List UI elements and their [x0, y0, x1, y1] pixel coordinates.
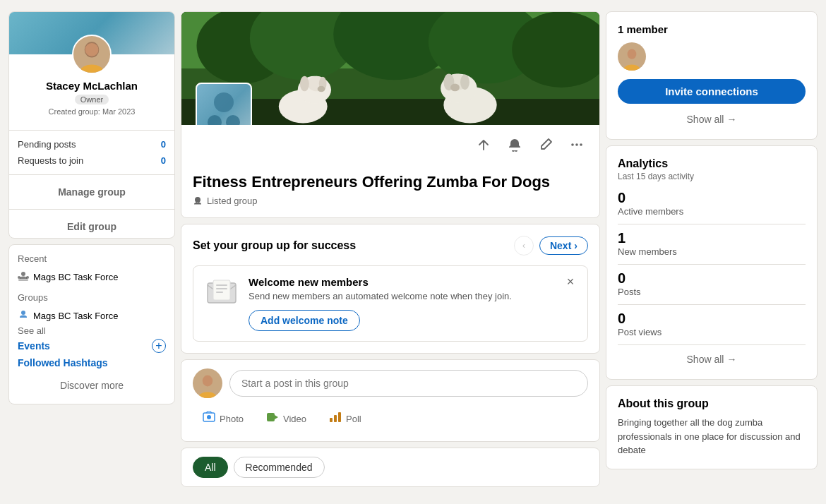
manage-group-button[interactable]: Manage group: [9, 181, 174, 203]
add-welcome-note-button[interactable]: Add welcome note: [249, 310, 360, 331]
group-info: Fitness Entrepreneurs Offering Zumba For…: [181, 162, 599, 217]
svg-point-39: [628, 49, 637, 59]
photo-icon: [203, 411, 215, 427]
members-show-all-arrow: →: [726, 114, 736, 125]
edit-group-button[interactable]: Edit group: [9, 215, 174, 238]
post-input[interactable]: [229, 370, 588, 397]
group-header-card: Fitness Entrepreneurs Offering Zumba For…: [181, 11, 600, 218]
invite-connections-button[interactable]: Invite connections: [618, 79, 806, 104]
welcome-card-title: Welcome new members: [249, 276, 512, 288]
next-button[interactable]: Next ›: [539, 236, 588, 255]
svg-rect-38: [338, 412, 341, 422]
add-event-button[interactable]: +: [152, 339, 166, 353]
more-options-button[interactable]: [565, 133, 588, 156]
video-icon: [266, 411, 279, 427]
requests-value: 0: [161, 155, 166, 166]
next-arrow-icon: ›: [574, 240, 577, 251]
analytics-show-all-label: Show all: [687, 354, 724, 365]
svg-point-21: [318, 86, 325, 92]
video-button[interactable]: Video: [256, 405, 316, 433]
post-composer-card: Photo Video: [181, 359, 600, 442]
svg-point-33: [207, 415, 211, 419]
welcome-card-content: Welcome new members Send new members an …: [249, 276, 512, 331]
close-setup-card-button[interactable]: ×: [562, 273, 579, 290]
members-card: 1 member Invite connections Show all →: [606, 11, 818, 140]
active-members-label: Active members: [618, 206, 806, 217]
recent-label: Recent: [18, 253, 166, 264]
left-sidebar: Stacey McLachlan Owner Created group: Ma…: [8, 11, 175, 487]
sidebar-item-hashtags[interactable]: Followed Hashtags: [18, 354, 166, 371]
svg-rect-36: [330, 418, 333, 422]
composer-row: [193, 368, 588, 398]
welcome-note-card: Welcome new members Send new members an …: [193, 265, 588, 342]
setup-title: Set your group up for success: [193, 239, 356, 252]
composer-actions: Photo Video: [193, 405, 588, 433]
sidebar-item-recent-mags[interactable]: Mags BC Task Force: [18, 268, 166, 285]
profile-avatar: [72, 35, 112, 74]
requests-row: Requests to join 0: [18, 152, 166, 169]
sidebar-item-events[interactable]: Events: [18, 337, 50, 354]
profile-name: Stacey McLachlan: [18, 80, 166, 92]
filter-tabs-card: All Recommended: [181, 448, 600, 487]
svg-point-23: [571, 143, 574, 146]
filter-all-button[interactable]: All: [193, 457, 228, 478]
analytics-card: Analytics Last 15 days activity 0 Active…: [606, 145, 818, 380]
members-show-all-link[interactable]: Show all →: [618, 111, 806, 128]
edit-button[interactable]: [534, 133, 557, 156]
svg-marker-35: [275, 415, 278, 419]
members-count: 1 member: [618, 23, 806, 35]
posts-label: Posts: [618, 287, 806, 297]
new-members-value: 1: [618, 230, 806, 246]
right-sidebar: 1 member Invite connections Show all → A…: [606, 11, 818, 487]
about-card: About this group Bringing together all t…: [606, 385, 818, 469]
groups-label: Groups: [18, 292, 166, 303]
member-avatars: [618, 42, 806, 71]
photo-button[interactable]: Photo: [193, 405, 253, 433]
recent-item-label: Mags BC Task Force: [33, 272, 118, 282]
next-label: Next: [550, 240, 571, 251]
svg-point-25: [580, 143, 582, 146]
video-label: Video: [283, 414, 306, 424]
post-views-label: Post views: [618, 327, 806, 337]
group-banner: [181, 12, 599, 125]
svg-rect-27: [213, 280, 230, 300]
group-type: Listed group: [193, 196, 588, 206]
poll-button[interactable]: Poll: [319, 405, 371, 433]
about-text: Bringing together all the dog zumba prof…: [618, 416, 806, 457]
svg-rect-28: [216, 284, 227, 286]
svg-point-22: [450, 84, 460, 92]
analytics-subtitle: Last 15 days activity: [618, 172, 806, 181]
analytics-show-all-link[interactable]: Show all →: [618, 351, 806, 368]
member-avatar-1: [618, 42, 646, 71]
svg-rect-37: [334, 415, 337, 422]
discover-more-button[interactable]: Discover more: [18, 376, 166, 395]
svg-point-1: [85, 43, 99, 56]
new-members-label: New members: [618, 246, 806, 257]
filter-tabs: All Recommended: [193, 457, 588, 478]
see-all-groups-link[interactable]: See all: [18, 324, 166, 337]
setup-nav: ‹ Next ›: [514, 236, 588, 256]
filter-recommended-button[interactable]: Recommended: [234, 457, 325, 478]
svg-rect-34: [267, 413, 275, 421]
analytics-stat-2: 0 Posts: [618, 270, 806, 297]
composer-avatar: [193, 368, 222, 398]
members-show-all-label: Show all: [687, 114, 724, 125]
svg-point-20: [460, 75, 469, 90]
share-button[interactable]: [472, 133, 495, 156]
analytics-stat-3: 0 Post views: [618, 311, 806, 337]
poll-icon: [329, 411, 342, 427]
prev-button[interactable]: ‹: [514, 236, 534, 256]
post-views-value: 0: [618, 311, 806, 327]
svg-rect-2: [18, 280, 28, 281]
group-header-actions: [181, 128, 599, 162]
group-icon: [18, 271, 29, 282]
requests-label: Requests to join: [18, 155, 83, 166]
sidebar-item-groups-mags[interactable]: Mags BC Task Force: [18, 307, 166, 324]
pending-posts-row: Pending posts 0: [18, 136, 166, 152]
profile-created: Created group: Mar 2023: [18, 107, 166, 116]
notification-button[interactable]: [503, 133, 526, 156]
svg-point-31: [203, 376, 213, 387]
pending-posts-value: 0: [161, 139, 166, 150]
welcome-card-desc: Send new members an automated welcome no…: [249, 291, 512, 301]
group-logo: [196, 83, 252, 125]
